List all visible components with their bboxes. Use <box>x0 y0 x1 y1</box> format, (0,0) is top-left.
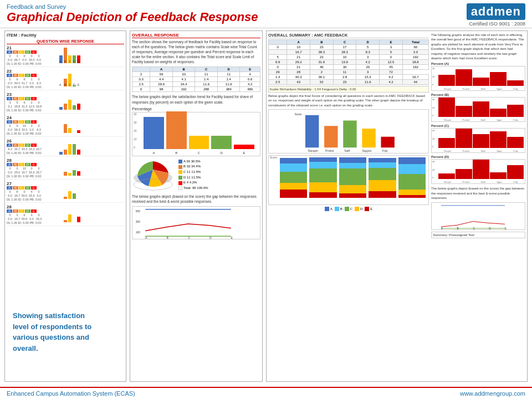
cell-b: B <box>13 97 18 100</box>
cell-d: D <box>25 144 30 147</box>
svg-text:E: E <box>505 227 507 229</box>
header-title: Graphical Depiction of Feedback Response <box>7 10 258 24</box>
q-pcts-22: 0.050.041.70.08.3 <box>7 81 57 85</box>
q-abcde-28b: ABCDE <box>7 209 57 213</box>
q-dl-21: DL 1.00 ID: 0.00 PB: 0.00 <box>7 62 57 65</box>
percent-b-block: Percent (B) 40 20 0 Recptn Profsnl <box>431 93 525 122</box>
cell-a: A <box>7 163 12 166</box>
mini-bar-4 <box>490 131 507 148</box>
legend-item-d: D 11 11.5% <box>178 175 208 181</box>
legend-color-b <box>178 165 182 169</box>
q-data-27: 27 ABCDE 08040 0.016.750.033.33.0 DL 1.0… <box>7 181 57 201</box>
q-num-23: 23 <box>7 92 57 97</box>
right-right-section: The following graphs analyse the role of… <box>431 33 525 380</box>
seg-d <box>398 190 426 195</box>
seg-e <box>339 193 366 198</box>
amc-row: 01023175360 <box>269 45 429 50</box>
cell-b: B <box>13 163 18 166</box>
q-chart-24 <box>57 117 124 133</box>
q-pcts-21: 0.066.70.033.30.0 <box>7 58 57 62</box>
question-row-22: 22 ABCDE 06810 0.050.041.70.08.3 DL 1.00… <box>7 69 124 90</box>
bar-fill-d <box>211 136 232 149</box>
q-vals-24: 001020 <box>7 124 57 127</box>
right-line-svg: A B C D E <box>432 203 525 229</box>
svg-rect-20 <box>59 107 63 110</box>
cell-e: E <box>31 50 37 54</box>
mini-yaxis-d: 40 20 0 <box>432 160 434 179</box>
q-num-28b: 28 <box>7 204 57 209</box>
left-section-title: QUESTION WISE RESPONSE <box>7 39 124 44</box>
q-pcts-28b: 0.016.750.00.033.3 <box>7 217 57 221</box>
mini-bar-4 <box>490 72 507 86</box>
table-header-d: D <box>217 67 240 72</box>
question-row-26: 26 ABCDE 9.316.733.333.316.7 DL 1.00 ID:… <box>7 139 124 156</box>
svg-rect-42 <box>68 191 71 199</box>
mini-bar-2 <box>456 129 472 148</box>
footer-right: www.addmengroup.com <box>460 390 525 397</box>
svg-text:Support: Support <box>362 150 372 152</box>
stacked-bar-4 <box>369 158 396 198</box>
svg-rect-22 <box>68 100 71 110</box>
score-bar-chart: Score Receptn Profsnl Staff Support Fclt… <box>268 109 429 154</box>
q-abcde-23: ABCDE <box>7 97 57 100</box>
mini-yaxis-c: 40 20 0 <box>432 129 434 148</box>
seg-a <box>280 158 307 163</box>
logo-men: men <box>494 4 521 18</box>
svg-rect-43 <box>73 193 76 199</box>
amc-row: 2.543522311.64.244 <box>269 80 429 85</box>
legend-d: D <box>355 207 362 211</box>
svg-rect-62 <box>324 126 337 147</box>
q-data-28: 28 ABCDE 001000 0.025.016.733.318.7 DL 1… <box>7 158 57 178</box>
svg-rect-47 <box>68 214 71 222</box>
cell-c: C <box>19 74 24 77</box>
q-num-24: 24 <box>7 115 57 120</box>
q-abcde-27: ABCDE <box>7 186 57 190</box>
summary-text: Summary: Preassigned Text <box>431 232 525 238</box>
table-header-a: A <box>150 67 173 72</box>
cell-e: E <box>31 97 37 100</box>
svg-rect-30 <box>59 152 63 155</box>
q-dl-28: DL 1.00 ID: 0.00 PB: 0.00 <box>7 175 57 178</box>
percent-d-title: Percent (D) <box>431 155 525 158</box>
mini-xaxis-d: Recptn Profsnl Staff Spprt Fclty <box>438 181 524 183</box>
q-abcde-21: A B C D E <box>7 50 57 54</box>
bar-label-c: C <box>198 151 200 155</box>
mid-yaxis: 40 30 20 10 0 <box>134 112 137 149</box>
q-abcde-22: ABCDE <box>7 74 57 77</box>
bar-label-a: A <box>152 151 155 155</box>
svg-text:A: A <box>145 237 147 239</box>
mid-intro-text: The section shows the summary of feedbac… <box>132 39 260 64</box>
legend-box-e <box>365 207 369 211</box>
mid-panel: OVERALL RESPONSE The section shows the s… <box>130 30 263 382</box>
bar-chart-28b <box>58 207 89 222</box>
mini-bar-1 <box>438 75 455 86</box>
q-data-21: 21 A B C D E 03000 0.066.70.033.30.0 DL … <box>7 45 57 65</box>
bar-b: B <box>166 111 187 149</box>
q-dl-22: DL 1.00 ID: 0.00 PB: 0.00 <box>7 85 57 89</box>
cell-c: C <box>19 97 24 100</box>
seg-d <box>369 180 396 191</box>
q-vals-22: 06810 <box>7 78 57 81</box>
mini-xaxis-c: Recptn Profsnl Staff Spprt Fclty <box>438 150 524 152</box>
svg-rect-39 <box>77 171 80 176</box>
cell-a: A <box>7 97 12 100</box>
bar-chart-26 <box>58 139 89 155</box>
legend-e: E <box>365 207 372 211</box>
svg-text:Staff: Staff <box>344 150 350 152</box>
svg-text:500: 500 <box>136 210 140 213</box>
svg-text:300: 300 <box>136 221 140 223</box>
seg-e <box>398 195 426 198</box>
q-chart-23 <box>57 94 124 110</box>
cell-e: E <box>31 120 37 124</box>
seg-c <box>369 168 396 180</box>
main-content: ITEM : Facility QUESTION WISE RESPONSE 2… <box>0 28 532 384</box>
svg-text:D: D <box>73 83 75 86</box>
q-vals-28b: 02640 <box>7 213 57 217</box>
svg-text:D: D <box>489 227 491 229</box>
cell-e: E <box>31 74 37 77</box>
legend-box-c <box>345 207 349 211</box>
legend-a: A <box>325 207 332 211</box>
cell-b: B <box>13 50 18 54</box>
cell-a: A <box>7 74 12 77</box>
bar-label-d: D <box>221 151 223 155</box>
